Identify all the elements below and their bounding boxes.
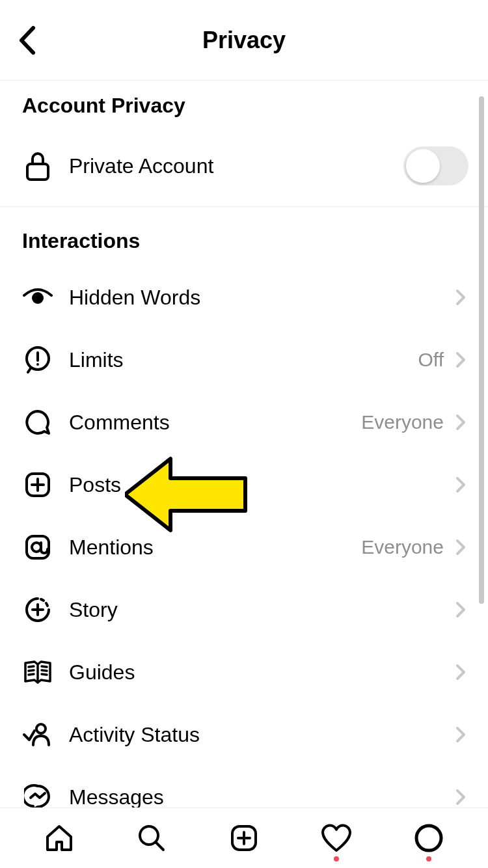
lock-icon — [22, 150, 53, 182]
story-row[interactable]: Story — [0, 578, 488, 641]
chevron-right-icon — [453, 290, 468, 305]
svg-point-19 — [36, 724, 46, 733]
row-label: Comments — [69, 411, 361, 435]
row-label: Activity Status — [69, 723, 444, 747]
row-value: Everyone — [361, 536, 444, 558]
hidden-words-icon — [22, 282, 53, 313]
chevron-right-icon — [453, 352, 468, 368]
svg-line-17 — [42, 670, 47, 671]
messages-row[interactable]: Messages — [0, 766, 488, 807]
search-icon — [136, 822, 167, 854]
row-value: Off — [418, 349, 444, 371]
svg-line-22 — [156, 843, 163, 850]
toggle-knob — [406, 149, 440, 183]
row-label: Hidden Words — [69, 286, 444, 310]
story-icon — [22, 594, 53, 625]
activity-status-icon — [22, 719, 53, 750]
svg-point-1 — [32, 292, 44, 304]
row-label: Mentions — [69, 536, 361, 560]
row-label: Messages — [69, 785, 444, 807]
svg-line-16 — [42, 666, 47, 667]
row-label: Story — [69, 598, 444, 622]
section-header-account-privacy: Account Privacy — [0, 81, 488, 131]
back-button[interactable] — [8, 21, 47, 60]
tab-create[interactable] — [224, 819, 264, 858]
plus-square-icon — [228, 822, 260, 854]
svg-rect-0 — [27, 164, 48, 180]
scroll-indicator — [479, 96, 484, 604]
hidden-words-row[interactable]: Hidden Words — [0, 266, 488, 329]
chevron-right-icon — [453, 539, 468, 555]
messenger-icon — [22, 781, 53, 807]
mentions-icon — [22, 532, 53, 563]
home-icon — [44, 822, 75, 854]
tab-bar — [0, 807, 488, 868]
limits-row[interactable]: Limits Off — [0, 329, 488, 391]
chevron-right-icon — [453, 789, 468, 805]
posts-row[interactable]: Posts — [0, 454, 488, 516]
guides-icon — [22, 657, 53, 688]
chevron-left-icon — [18, 25, 37, 55]
notification-dot — [334, 856, 339, 861]
svg-line-14 — [29, 670, 34, 671]
svg-line-15 — [29, 674, 34, 675]
posts-icon — [22, 469, 53, 500]
svg-point-4 — [36, 363, 39, 366]
section-header-interactions: Interactions — [0, 207, 488, 266]
chevron-right-icon — [453, 727, 468, 742]
svg-line-18 — [42, 674, 47, 675]
chevron-right-icon — [453, 477, 468, 493]
tab-profile[interactable] — [409, 819, 448, 858]
chevron-right-icon — [453, 414, 468, 430]
row-label: Posts — [69, 473, 444, 497]
tab-home[interactable] — [40, 819, 79, 858]
svg-line-13 — [29, 666, 34, 667]
header: Privacy — [0, 0, 488, 81]
tab-search[interactable] — [132, 819, 171, 858]
svg-point-26 — [416, 826, 441, 850]
private-account-row[interactable]: Private Account — [0, 131, 488, 201]
heart-icon — [320, 823, 353, 853]
svg-rect-8 — [27, 536, 49, 558]
tab-activity[interactable] — [317, 819, 356, 858]
private-account-label: Private Account — [69, 154, 403, 178]
chevron-right-icon — [453, 664, 468, 680]
page-title: Privacy — [202, 27, 286, 54]
chevron-right-icon — [453, 602, 468, 617]
mentions-row[interactable]: Mentions Everyone — [0, 516, 488, 578]
private-account-toggle[interactable] — [403, 146, 468, 185]
row-label: Guides — [69, 660, 444, 685]
comments-row[interactable]: Comments Everyone — [0, 391, 488, 454]
row-value: Everyone — [361, 411, 444, 433]
profile-circle-icon — [413, 822, 444, 854]
activity-status-row[interactable]: Activity Status — [0, 703, 488, 766]
guides-row[interactable]: Guides — [0, 641, 488, 703]
notification-dot — [426, 856, 431, 861]
comment-icon — [22, 407, 53, 438]
settings-scroll[interactable]: Account Privacy Private Account Interact… — [0, 81, 488, 807]
limits-icon — [22, 344, 53, 375]
row-label: Limits — [69, 348, 418, 372]
svg-point-9 — [32, 543, 41, 552]
